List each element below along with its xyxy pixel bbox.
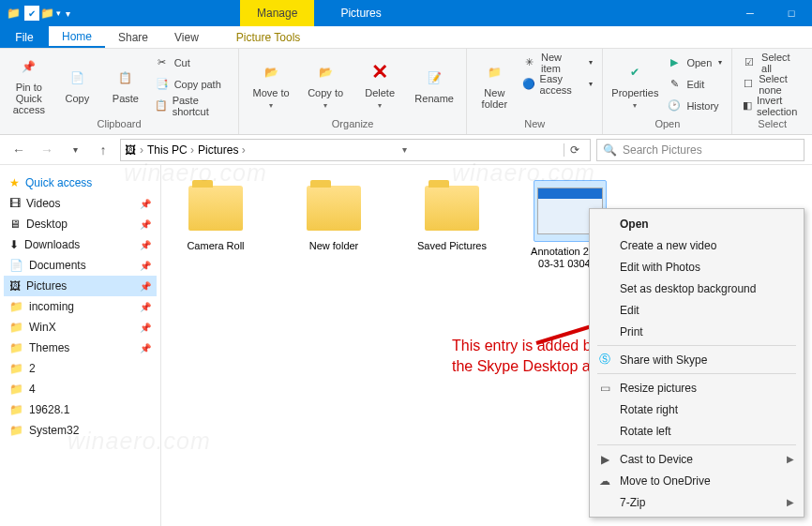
menu-item-move-to-onedrive[interactable]: ☁Move to OneDrive (592, 470, 802, 491)
menu-item-open[interactable]: Open (592, 213, 802, 234)
sidebar-item-themes[interactable]: 📁Themes📌 (4, 338, 157, 358)
file-list-pane[interactable]: winaero.com winaero.com winaero.com Came… (161, 165, 812, 526)
maximize-button[interactable]: □ (771, 0, 812, 26)
sidebar-item-videos[interactable]: 🎞Videos📌 (4, 193, 157, 214)
sidebar-item-4[interactable]: 📁4 (4, 379, 157, 399)
folder-icon (182, 180, 249, 236)
folder-dropdown-icon[interactable]: 📁 (43, 6, 58, 21)
menu-item-edit[interactable]: Edit (592, 299, 802, 321)
search-box[interactable]: 🔍 Search Pictures (596, 139, 804, 161)
select-all-button[interactable]: ☑Select all (740, 53, 804, 72)
qat-overflow[interactable]: ▾ (66, 8, 70, 19)
folder-icon: 📁 (6, 6, 21, 21)
menu-item-rotate-right[interactable]: Rotate right (592, 398, 802, 420)
item-icon: 📁 (9, 321, 23, 334)
delete-button[interactable]: ✕Delete (355, 53, 404, 116)
sidebar-item-documents[interactable]: 📄Documents📌 (4, 255, 157, 276)
new-item-button[interactable]: ✳New item▾ (520, 53, 595, 72)
ribbon: 📌 Pin to Quick access 📄 Copy 📋 Paste ✂Cu… (0, 49, 812, 135)
menu-separator (597, 373, 796, 374)
home-tab[interactable]: Home (49, 26, 105, 48)
sidebar-item-incoming[interactable]: 📁incoming📌 (4, 296, 157, 317)
ribbon-tabs: File Home Share View Picture Tools (0, 26, 812, 49)
file-name: Camera Roll (187, 240, 244, 252)
menu-item-edit-with-photos[interactable]: Edit with Photos (592, 256, 802, 278)
copy-path-button[interactable]: 📑Copy path (153, 74, 232, 94)
copy-to-button[interactable]: 📂Copy to (301, 53, 350, 116)
folder-item[interactable]: Saved Pictures (407, 180, 497, 270)
item-label: WinX (29, 321, 56, 334)
refresh-button[interactable]: ⟳ (564, 143, 586, 157)
menu-item-7-zip[interactable]: 7-Zip▶ (592, 491, 802, 513)
quick-access-header[interactable]: ★ Quick access (4, 173, 157, 193)
share-tab[interactable]: Share (105, 26, 161, 48)
menu-item-print[interactable]: Print (592, 321, 802, 342)
sidebar-item-desktop[interactable]: 🖥Desktop📌 (4, 214, 157, 234)
pin-icon: 📌 (140, 343, 151, 353)
scissors-icon: ✂ (155, 55, 170, 70)
pin-icon: 📌 (140, 199, 151, 209)
sidebar-item-2[interactable]: 📁2 (4, 358, 157, 379)
properties-button[interactable]: ✔Properties (610, 53, 659, 116)
context-menu: OpenCreate a new videoEdit with PhotosSe… (589, 208, 804, 518)
cut-button[interactable]: ✂Cut (153, 53, 232, 72)
select-none-button[interactable]: ☐Select none (740, 74, 804, 94)
move-to-button[interactable]: 📂Move to (247, 53, 295, 116)
item-label: Downloads (24, 238, 80, 251)
open-button[interactable]: ▶Open▾ (665, 53, 724, 72)
select-none-icon: ☐ (742, 77, 754, 92)
sidebar-item-downloads[interactable]: ⬇Downloads📌 (4, 234, 157, 255)
navigation-bar: ← → ▾ ↑ 🖼 › This PC Pictures ▾ ⟳ 🔍 Searc… (0, 135, 812, 165)
new-folder-icon: 📁 (481, 59, 507, 85)
menu-item-resize-pictures[interactable]: ▭Resize pictures (592, 377, 802, 398)
menu-label: Open (620, 218, 649, 231)
paste-shortcut-button[interactable]: 📋Paste shortcut (153, 96, 232, 115)
invert-selection-button[interactable]: ◧Invert selection (740, 96, 804, 115)
new-item-icon: ✳ (522, 55, 536, 70)
file-tab[interactable]: File (0, 26, 49, 48)
menu-item-cast-to-device[interactable]: ▶Cast to Device▶ (592, 448, 802, 470)
breadcrumb-item[interactable]: This PC (147, 143, 194, 157)
group-label: Organize (247, 118, 459, 132)
ribbon-group-open: ✔Properties ▶Open▾ ✎Edit 🕑History Open (603, 49, 732, 134)
sidebar-item-system32[interactable]: 📁System32 (4, 420, 157, 441)
menu-icon: ▭ (597, 382, 612, 395)
sidebar-item-pictures[interactable]: 🖼Pictures📌 (4, 276, 157, 296)
copy-button[interactable]: 📄 Copy (56, 53, 99, 116)
sidebar-item-19628-1[interactable]: 📁19628.1 (4, 399, 157, 420)
paste-button[interactable]: 📋 Paste (104, 53, 147, 116)
group-label: Select (740, 118, 804, 132)
address-bar[interactable]: 🖼 › This PC Pictures ▾ ⟳ (120, 139, 591, 161)
new-folder-button[interactable]: 📁New folder (474, 53, 514, 116)
invert-icon: ◧ (742, 98, 752, 113)
sidebar-item-winx[interactable]: 📁WinX📌 (4, 317, 157, 338)
back-button[interactable]: ← (8, 139, 30, 161)
breadcrumb-item[interactable]: Pictures (198, 143, 246, 157)
pin-to-quick-access-button[interactable]: 📌 Pin to Quick access (8, 53, 51, 116)
menu-item-rotate-left[interactable]: Rotate left (592, 420, 802, 442)
item-icon: 📄 (9, 259, 23, 272)
easy-access-button[interactable]: 🔵Easy access▾ (520, 74, 595, 94)
menu-item-create-a-new-video[interactable]: Create a new video (592, 234, 802, 256)
menu-item-share-with-skype[interactable]: ⓈShare with Skype (592, 349, 802, 370)
folder-icon (418, 180, 486, 236)
checkbox-icon[interactable]: ✔ (24, 6, 39, 21)
history-button[interactable]: 🕑History (665, 96, 724, 115)
menu-item-set-as-desktop-background[interactable]: Set as desktop background (592, 278, 802, 299)
folder-item[interactable]: Camera Roll (171, 180, 261, 270)
recent-locations-button[interactable]: ▾ (64, 139, 86, 161)
up-button[interactable]: ↑ (92, 139, 114, 161)
pin-icon: 📌 (140, 261, 151, 271)
folder-item[interactable]: New folder (289, 180, 379, 270)
view-tab[interactable]: View (161, 26, 212, 48)
picture-tools-tab[interactable]: Picture Tools (223, 26, 313, 48)
edit-button[interactable]: ✎Edit (665, 74, 724, 94)
address-dropdown[interactable]: ▾ (402, 144, 407, 155)
forward-button[interactable]: → (36, 139, 58, 161)
item-label: 19628.1 (29, 403, 69, 416)
menu-label: Cast to Device (620, 453, 693, 466)
paste-shortcut-icon: 📋 (155, 98, 168, 113)
item-label: Pictures (26, 279, 67, 293)
rename-button[interactable]: 📝Rename (410, 53, 459, 116)
minimize-button[interactable]: ─ (729, 0, 771, 26)
